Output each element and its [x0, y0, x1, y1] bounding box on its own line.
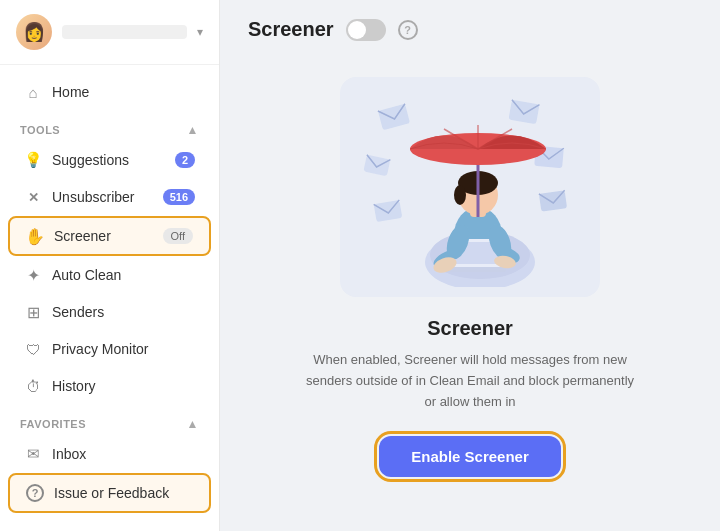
sidebar-item-unsubscriber[interactable]: ✕ Unsubscriber 516	[8, 179, 211, 215]
sidebar: 👩 ▾ ⌂ Home Tools ▲ 💡 Suggestions 2 ✕ Uns…	[0, 0, 220, 531]
favorites-section-label[interactable]: Favorites ▲	[0, 405, 219, 435]
main-body: Screener When enabled, Screener will hol…	[220, 57, 720, 531]
main-content: Screener ?	[220, 0, 720, 531]
sidebar-item-issue-feedback[interactable]: ? Issue or Feedback	[8, 473, 211, 513]
sidebar-item-suggestions[interactable]: 💡 Suggestions 2	[8, 142, 211, 178]
privacy-monitor-label: Privacy Monitor	[52, 341, 195, 357]
favorites-collapse-icon: ▲	[187, 417, 199, 431]
avatar: 👩	[16, 14, 52, 50]
sidebar-item-inbox[interactable]: ✉ Inbox	[8, 436, 211, 472]
issue-feedback-icon: ?	[26, 484, 44, 502]
page-title: Screener	[248, 18, 334, 41]
svg-rect-13	[446, 267, 506, 272]
issue-feedback-label: Issue or Feedback	[54, 485, 193, 501]
sidebar-nav: ⌂ Home Tools ▲ 💡 Suggestions 2 ✕ Unsubsc…	[0, 65, 219, 531]
tools-section-label[interactable]: Tools ▲	[0, 111, 219, 141]
svg-rect-0	[378, 104, 410, 131]
suggestions-badge: 2	[175, 152, 195, 168]
screener-label: Screener	[54, 228, 153, 244]
tools-collapse-icon: ▲	[187, 123, 199, 137]
favorites-label: Favorites	[20, 418, 86, 430]
screener-illustration-svg	[350, 87, 590, 287]
svg-rect-1	[508, 100, 539, 125]
screener-off-badge: Off	[163, 228, 193, 244]
svg-rect-5	[374, 200, 403, 222]
home-label: Home	[52, 84, 195, 100]
sidebar-item-screener[interactable]: ✋ Screener Off	[8, 216, 211, 256]
screener-feature-title: Screener	[427, 317, 513, 340]
auto-clean-label: Auto Clean	[52, 267, 195, 283]
help-icon[interactable]: ?	[398, 20, 418, 40]
svg-rect-3	[539, 190, 567, 211]
auto-clean-icon: ✦	[24, 266, 42, 284]
account-name-bar	[62, 25, 187, 39]
suggestions-label: Suggestions	[52, 152, 165, 168]
svg-rect-4	[363, 155, 390, 177]
unsubscriber-badge: 516	[163, 189, 195, 205]
sidebar-item-privacy-monitor[interactable]: 🛡 Privacy Monitor	[8, 331, 211, 367]
inbox-icon: ✉	[24, 445, 42, 463]
privacy-monitor-icon: 🛡	[24, 340, 42, 358]
sidebar-item-senders[interactable]: ⊞ Senders	[8, 294, 211, 330]
sidebar-item-home[interactable]: ⌂ Home	[8, 74, 211, 110]
tools-label: Tools	[20, 124, 60, 136]
screener-description: When enabled, Screener will hold message…	[300, 350, 640, 412]
inbox-label: Inbox	[52, 446, 195, 462]
main-header: Screener ?	[220, 0, 720, 57]
screener-illustration	[340, 77, 600, 297]
sidebar-item-auto-clean[interactable]: ✦ Auto Clean	[8, 257, 211, 293]
screener-icon: ✋	[26, 227, 44, 245]
home-icon: ⌂	[24, 83, 42, 101]
chevron-down-icon[interactable]: ▾	[197, 25, 203, 39]
history-icon: ⏱	[24, 377, 42, 395]
senders-icon: ⊞	[24, 303, 42, 321]
history-label: History	[52, 378, 195, 394]
suggestions-icon: 💡	[24, 151, 42, 169]
sidebar-header[interactable]: 👩 ▾	[0, 0, 219, 65]
senders-label: Senders	[52, 304, 195, 320]
unsubscriber-label: Unsubscriber	[52, 189, 153, 205]
sidebar-item-history[interactable]: ⏱ History	[8, 368, 211, 404]
svg-point-19	[454, 185, 466, 205]
enable-screener-button[interactable]: Enable Screener	[379, 436, 561, 477]
unsubscriber-icon: ✕	[24, 188, 42, 206]
screener-toggle[interactable]	[346, 19, 386, 41]
